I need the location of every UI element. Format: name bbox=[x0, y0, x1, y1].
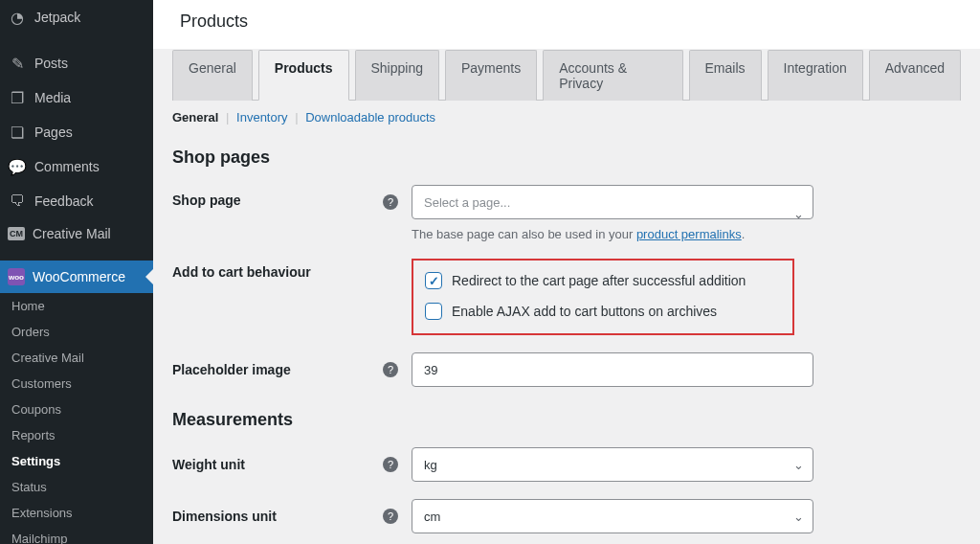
tab-advanced[interactable]: Advanced bbox=[869, 50, 961, 101]
help-icon[interactable]: ? bbox=[383, 457, 398, 472]
woocommerce-icon: woo bbox=[8, 268, 25, 285]
sidebar-sub-status[interactable]: Status bbox=[0, 474, 153, 500]
help-icon[interactable]: ? bbox=[383, 509, 398, 524]
weight-unit-select[interactable]: kg bbox=[412, 447, 813, 482]
tab-general[interactable]: General bbox=[172, 50, 253, 101]
media-icon: ❐ bbox=[8, 88, 27, 107]
sidebar-item-woocommerce[interactable]: woo WooCommerce bbox=[0, 261, 153, 293]
sidebar-item-label: Extensions bbox=[11, 506, 73, 520]
sidebar-item-label: Pages bbox=[34, 125, 145, 140]
sidebar-sub-extensions[interactable]: Extensions bbox=[0, 500, 153, 526]
placeholder-image-label: Placeholder image bbox=[172, 362, 383, 377]
tab-payments[interactable]: Payments bbox=[445, 50, 537, 101]
main-content: Products General Products Shipping Payme… bbox=[153, 0, 980, 533]
creative-mail-icon: CM bbox=[8, 227, 25, 240]
sidebar-sub-settings[interactable]: Settings bbox=[0, 448, 153, 474]
sidebar-item-label: Jetpack bbox=[34, 10, 145, 25]
pages-icon: ❏ bbox=[8, 123, 27, 142]
sidebar-sub-mailchimp[interactable]: Mailchimp bbox=[0, 526, 153, 544]
enable-ajax-option[interactable]: Enable AJAX add to cart buttons on archi… bbox=[425, 303, 779, 320]
sidebar-item-label: Creative Mail bbox=[33, 226, 145, 241]
sidebar-sub-orders[interactable]: Orders bbox=[0, 319, 153, 345]
sidebar-sub-coupons[interactable]: Coupons bbox=[0, 397, 153, 422]
tab-integration[interactable]: Integration bbox=[768, 50, 863, 101]
sidebar-item-label: WooCommerce bbox=[33, 269, 145, 284]
section-shop-pages: Shop pages bbox=[172, 147, 961, 168]
sidebar-item-label: Posts bbox=[34, 56, 145, 71]
sidebar-sub-reports[interactable]: Reports bbox=[0, 422, 153, 448]
admin-sidebar: ◔ Jetpack ✎ Posts ❐ Media ❏ Pages 💬 Comm… bbox=[0, 0, 153, 544]
page-title: Products bbox=[153, 0, 980, 49]
tab-emails[interactable]: Emails bbox=[689, 50, 762, 101]
sidebar-item-label: Home bbox=[11, 299, 45, 313]
sidebar-item-comments[interactable]: 💬 Comments bbox=[0, 149, 153, 184]
option-label: Enable AJAX add to cart buttons on archi… bbox=[452, 304, 717, 319]
product-permalinks-link[interactable]: product permalinks bbox=[636, 227, 742, 241]
add-to-cart-options-highlight: Redirect to the cart page after successf… bbox=[412, 259, 794, 335]
sidebar-item-label: Status bbox=[11, 480, 47, 494]
option-label: Redirect to the cart page after successf… bbox=[452, 273, 746, 288]
placeholder-image-input[interactable] bbox=[412, 352, 813, 387]
sidebar-item-label: Reports bbox=[11, 428, 56, 442]
sidebar-item-pages[interactable]: ❏ Pages bbox=[0, 115, 153, 149]
sidebar-item-label: Settings bbox=[11, 454, 60, 468]
tab-accounts-privacy[interactable]: Accounts & Privacy bbox=[543, 50, 682, 101]
sidebar-item-feedback[interactable]: 🗨 Feedback bbox=[0, 184, 153, 218]
help-icon[interactable]: ? bbox=[383, 194, 398, 210]
sidebar-item-label: Media bbox=[34, 90, 145, 105]
sidebar-item-jetpack[interactable]: ◔ Jetpack bbox=[0, 0, 153, 34]
dimensions-unit-label: Dimensions unit bbox=[172, 509, 383, 524]
checkbox-checked-icon[interactable] bbox=[425, 272, 442, 289]
comments-icon: 💬 bbox=[8, 157, 27, 176]
products-subtabs: General | Inventory | Downloadable produ… bbox=[172, 101, 961, 140]
help-icon[interactable]: ? bbox=[383, 362, 398, 377]
jetpack-icon: ◔ bbox=[8, 8, 27, 27]
sidebar-item-posts[interactable]: ✎ Posts bbox=[0, 46, 153, 80]
tab-products[interactable]: Products bbox=[258, 50, 349, 101]
tab-shipping[interactable]: Shipping bbox=[355, 50, 440, 101]
shop-page-hint: The base page can also be used in your p… bbox=[412, 227, 813, 241]
weight-unit-label: Weight unit bbox=[172, 457, 383, 472]
subtab-inventory[interactable]: Inventory bbox=[236, 110, 287, 125]
shop-page-label: Shop page bbox=[172, 185, 383, 208]
pin-icon: ✎ bbox=[8, 54, 27, 73]
shop-page-select[interactable]: Select a page... bbox=[412, 185, 813, 219]
feedback-icon: 🗨 bbox=[8, 192, 27, 211]
sidebar-sub-customers[interactable]: Customers bbox=[0, 371, 153, 397]
sidebar-sub-creative-mail[interactable]: Creative Mail bbox=[0, 345, 153, 371]
sidebar-sub-home[interactable]: Home bbox=[0, 293, 153, 319]
section-measurements: Measurements bbox=[172, 410, 961, 430]
add-to-cart-label: Add to cart behaviour bbox=[172, 259, 383, 280]
redirect-to-cart-option[interactable]: Redirect to the cart page after successf… bbox=[425, 272, 779, 289]
settings-tabs: General Products Shipping Payments Accou… bbox=[172, 49, 961, 101]
subtab-general[interactable]: General bbox=[172, 110, 218, 125]
subtab-downloadable[interactable]: Downloadable products bbox=[305, 110, 435, 125]
sidebar-item-media[interactable]: ❐ Media bbox=[0, 80, 153, 115]
sidebar-item-label: Comments bbox=[34, 159, 145, 174]
sidebar-item-creative-mail[interactable]: CM Creative Mail bbox=[0, 218, 153, 249]
sidebar-item-label: Orders bbox=[11, 325, 50, 339]
sidebar-item-label: Customers bbox=[11, 376, 72, 391]
sidebar-item-label: Feedback bbox=[34, 193, 145, 209]
checkbox-unchecked-icon[interactable] bbox=[425, 303, 442, 320]
dimensions-unit-select[interactable]: cm bbox=[412, 499, 813, 533]
sidebar-item-label: Creative Mail bbox=[11, 351, 84, 365]
sidebar-item-label: Mailchimp bbox=[11, 532, 68, 544]
sidebar-item-label: Coupons bbox=[11, 402, 61, 417]
